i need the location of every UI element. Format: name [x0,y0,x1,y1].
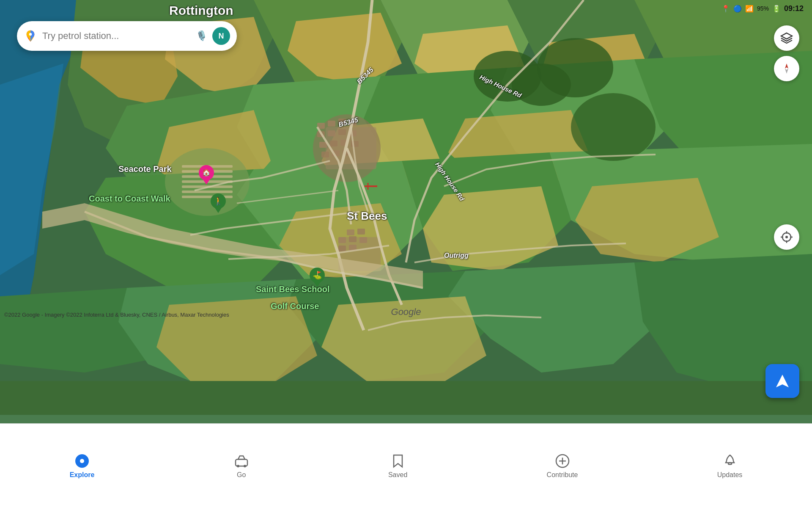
bottom-nav: Explore Go Saved Contribute [0,423,812,508]
search-input[interactable] [42,30,191,41]
compass-button[interactable] [774,56,799,81]
map-controls [774,25,799,81]
explore-label: Explore [70,471,95,479]
svg-rect-60 [182,175,233,178]
map-container[interactable]: Rottington B5345 B5345 High House Rd Hig… [0,0,812,415]
svg-rect-43 [328,121,335,127]
svg-marker-87 [781,33,792,39]
svg-rect-54 [321,152,329,157]
svg-point-100 [244,465,246,467]
nav-saved[interactable]: Saved [363,445,433,487]
svg-rect-74 [0,381,812,415]
battery-icon: 🔋 [772,5,781,13]
clock: 09:12 [784,4,804,13]
svg-marker-96 [776,375,789,387]
svg-point-91 [785,236,788,238]
svg-rect-48 [338,129,346,135]
contribute-label: Contribute [547,471,578,479]
svg-rect-98 [236,459,247,466]
svg-point-97 [80,459,84,463]
svg-rect-69 [349,236,357,242]
svg-marker-88 [785,64,788,69]
svg-rect-58 [182,165,233,168]
updates-label: Updates [717,471,743,479]
svg-rect-44 [338,119,346,124]
svg-rect-68 [338,237,346,243]
svg-rect-67 [357,229,365,235]
avatar-initial: N [219,32,224,41]
train-station-marker [365,182,377,193]
svg-rect-47 [328,130,335,136]
navigate-button[interactable] [765,364,799,398]
svg-rect-64 [182,196,233,198]
microphone-icon[interactable]: 🎙️ [196,30,207,41]
location-icon [781,231,793,243]
google-watermark: Google [391,306,421,318]
updates-icon [722,453,738,469]
svg-marker-101 [238,456,245,459]
saved-label: Saved [388,471,407,479]
svg-rect-66 [347,229,354,235]
compass-icon [780,62,793,75]
explore-icon [74,453,90,469]
svg-marker-89 [785,69,788,74]
location-status-icon: 📍 [721,5,730,13]
svg-rect-63 [182,190,233,193]
nav-go[interactable]: Go [208,445,274,487]
search-bar[interactable]: 🎙️ N [17,21,237,51]
svg-point-99 [237,465,239,467]
user-avatar[interactable]: N [212,27,230,45]
svg-rect-51 [330,141,337,146]
status-bar: 📍 🔵 📶 95% 🔋 09:12 [685,0,812,17]
layers-button[interactable] [774,25,799,51]
go-label: Go [237,471,246,479]
nav-explore[interactable]: Explore [44,445,120,487]
nav-contribute[interactable]: Contribute [521,445,604,487]
svg-point-86 [29,33,32,36]
nav-updates[interactable]: Updates [692,445,768,487]
google-maps-logo [24,29,37,43]
battery-percent: 95% [757,5,769,12]
navigate-icon [774,373,791,389]
wifi-status-icon: 📶 [745,5,754,13]
layers-icon [780,32,793,44]
svg-point-38 [537,38,613,97]
contribute-icon [555,453,570,469]
svg-rect-59 [182,170,233,173]
location-button[interactable] [774,224,799,250]
bluetooth-status-icon: 🔵 [733,5,742,13]
go-icon [234,453,249,469]
svg-marker-102 [394,455,402,467]
saved-icon [390,453,406,469]
svg-rect-70 [359,237,367,243]
svg-point-39 [571,93,656,161]
svg-rect-71 [338,246,346,251]
svg-rect-106 [728,463,732,464]
